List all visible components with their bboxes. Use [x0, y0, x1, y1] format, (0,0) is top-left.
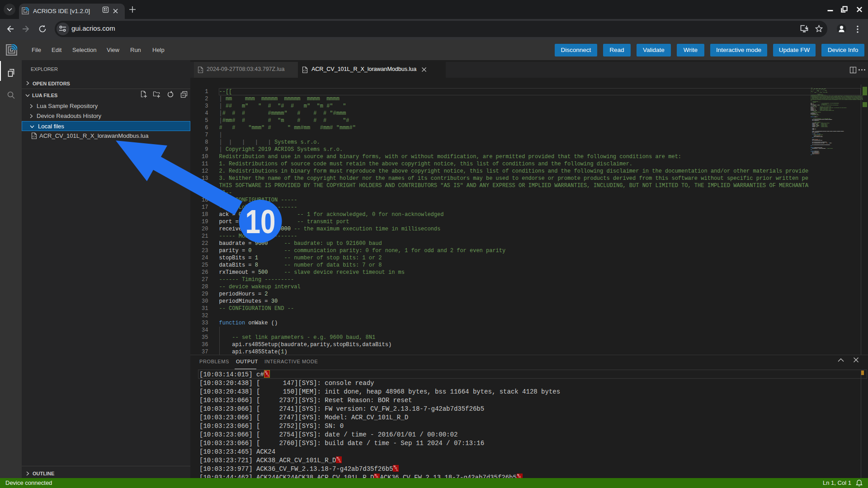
svg-text:10: 10	[245, 203, 276, 240]
